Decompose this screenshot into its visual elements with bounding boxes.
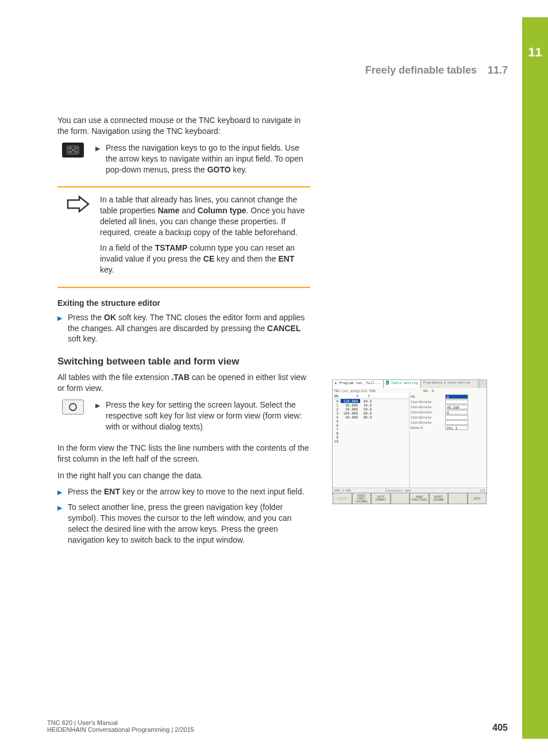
status-right: 1/1 <box>480 489 485 492</box>
softkey[interactable]: HIDE/ SORT/ COLUMNS <box>352 493 372 504</box>
bullet-marker: ▶ <box>95 144 100 175</box>
softkey-row: BEGINHIDE/ SORT/ COLUMNSEDIT FORMATMORE … <box>333 493 487 504</box>
mode-subtitle: Programming & table editing <box>421 380 478 388</box>
screen-layout-icon <box>62 400 84 415</box>
table-row: 450.00080.0 <box>333 415 409 419</box>
table-row: 7 <box>333 427 409 431</box>
softkey[interactable]: EDIT FORMAT <box>371 493 391 504</box>
table-row: 5 <box>333 419 409 423</box>
bullet-marker: ▶ <box>57 314 62 345</box>
bullet-marker: ▶ <box>95 401 100 432</box>
form-field: Coordinate <box>411 400 485 404</box>
ent-bullet: ▶ Press the ENT key or the arrow key to … <box>57 486 310 497</box>
tnc-screenshot: ▶ Program run, full... ✎ Table editing P… <box>332 379 487 494</box>
header-title: Freely definable tables <box>365 64 477 76</box>
footer-line2: HEIDENHAIN Conversational Programming | … <box>47 726 194 733</box>
table-row: 0120.00049.5 <box>333 399 409 403</box>
svg-rect-2 <box>74 147 78 149</box>
switch-intro: All tables with the file extension .TAB … <box>57 372 310 394</box>
softkey[interactable]: RESET COLUMN <box>429 493 449 504</box>
form-field: RemarkPkt 1 <box>411 425 485 430</box>
list-pane: NR X Y 0120.00049.5150.00010.0250.00050.… <box>333 393 410 488</box>
table-row: 250.00050.0 <box>333 407 409 411</box>
chapter-tab: 11 <box>522 17 548 739</box>
file-path: TNC:\nc_prog\123.TAB <box>334 389 375 393</box>
chapter-number: 11 <box>522 45 548 60</box>
nav-keys-icon <box>62 143 84 158</box>
ent-bullet-text: Press the ENT key or the arrow key to mo… <box>68 486 304 497</box>
note-box: In a table that already has lines, you c… <box>57 186 310 287</box>
softkey[interactable]: BEGIN <box>333 493 352 504</box>
form-field: Coordinate <box>411 415 485 420</box>
nav-keys-row: ▶ Press the navigation keys to go to the… <box>57 143 310 180</box>
table-row: 10 <box>333 439 409 443</box>
nav2-bullet-text: To select another line, press the green … <box>68 502 310 546</box>
layout-key-row: ▶ Press the key for setting the screen l… <box>57 400 310 437</box>
table-row: 150.00010.0 <box>333 403 409 407</box>
page-footer: TNC 620 | User's Manual HEIDENHAIN Conve… <box>47 719 508 733</box>
intro-paragraph: You can use a connected mouse or the TNC… <box>57 115 310 137</box>
mode-right: ✎ Table editing <box>384 380 421 388</box>
form-view-para: In the form view the TNC lists the line … <box>57 443 310 465</box>
bullet-marker: ▶ <box>57 504 62 546</box>
switch-heading: Switching between table and form view <box>57 356 310 367</box>
nav-bullet-text: Press the navigation keys to go to the i… <box>106 143 310 175</box>
layout-bullet-text: Press the key for setting the screen lay… <box>106 400 310 432</box>
table-row: 3100.00060.0 <box>333 411 409 415</box>
page-number: 405 <box>492 723 508 733</box>
form-pane: NR0CoordinateCoordinate49.500Coordinate0… <box>410 393 487 488</box>
exit-bullet-text: Press the OK soft key. The TNC closes th… <box>68 312 310 345</box>
right-half-para: In the right half you can change the dat… <box>57 470 310 481</box>
nr-label: NR: 0 <box>423 389 434 393</box>
softkey[interactable] <box>391 493 410 504</box>
svg-point-6 <box>70 404 76 410</box>
status-left: 100% S-OVR <box>334 489 351 492</box>
exit-bullet: ▶ Press the OK soft key. The TNC closes … <box>57 312 310 345</box>
svg-rect-3 <box>68 151 72 153</box>
note-text: In a table that already has lines, you c… <box>100 194 307 279</box>
table-row: 8 <box>333 431 409 435</box>
screenshot-header: ▶ Program run, full... ✎ Table editing P… <box>333 380 487 388</box>
exit-heading: Exiting the structure editor <box>57 298 310 308</box>
bullet-marker: ▶ <box>57 488 62 497</box>
table-row: 9 <box>333 435 409 439</box>
content-column: You can use a connected mouse or the TNC… <box>57 115 310 550</box>
page: 11 Freely definable tables 11.7 You can … <box>0 0 548 756</box>
table-row: 6 <box>333 423 409 427</box>
header-section: 11.7 <box>488 64 508 76</box>
softkey[interactable]: GOTO <box>468 493 487 504</box>
footer-line1: TNC 620 | User's Manual <box>47 719 194 726</box>
form-field: Coordinate0 <box>411 410 485 415</box>
form-field: Coordinate <box>411 420 485 425</box>
gear-icon <box>478 380 487 388</box>
note-arrow-icon <box>65 195 93 279</box>
mode-left: ▶ Program run, full... <box>333 380 384 388</box>
svg-rect-1 <box>68 147 72 149</box>
table-header: NR X Y <box>333 393 409 399</box>
form-field: Coordinate49.500 <box>411 405 485 409</box>
softkey[interactable] <box>448 493 468 504</box>
svg-rect-4 <box>74 151 78 153</box>
softkey[interactable]: MORE FUNCTIONS <box>410 493 429 504</box>
svg-point-5 <box>72 149 74 151</box>
page-header: Freely definable tables 11.7 <box>57 64 508 76</box>
status-mid: Coordinate [mm] <box>385 489 411 492</box>
nav2-bullet: ▶ To select another line, press the gree… <box>57 502 310 546</box>
form-field: NR0 <box>411 394 485 399</box>
